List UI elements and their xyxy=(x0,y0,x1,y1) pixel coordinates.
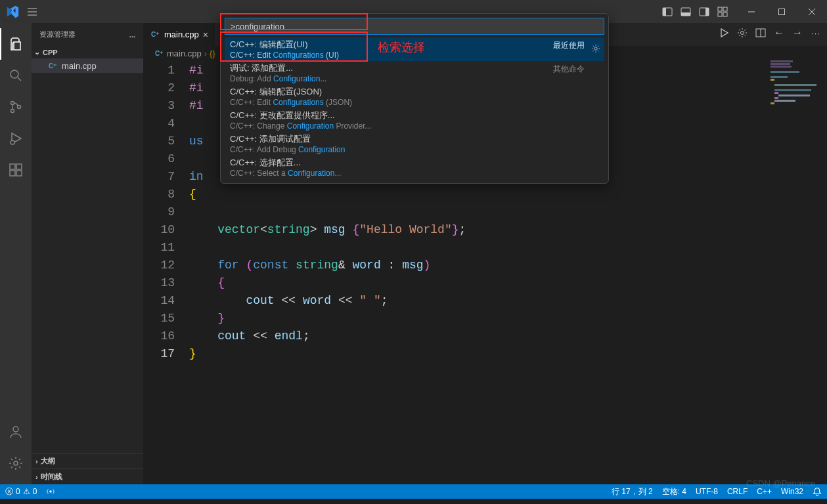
activity-extensions[interactable] xyxy=(0,154,32,186)
status-config[interactable]: Win32 xyxy=(781,487,803,496)
split-editor-icon[interactable] xyxy=(755,27,767,39)
hamburger-menu-icon[interactable] xyxy=(26,6,38,18)
minimize-button[interactable] xyxy=(736,0,767,23)
gear-icon[interactable] xyxy=(591,44,600,53)
svg-rect-19 xyxy=(16,164,22,169)
sidebar-folder-header[interactable]: CPP xyxy=(32,46,143,58)
layout-panel-bottom-icon[interactable] xyxy=(679,5,693,19)
activity-settings[interactable] xyxy=(0,448,32,479)
tab-label: main.cpp xyxy=(164,30,199,39)
tab-close-icon[interactable]: × xyxy=(203,30,208,40)
svg-point-22 xyxy=(741,32,744,35)
maximize-button[interactable] xyxy=(767,0,797,23)
editor-tab-main-cpp[interactable]: C⁺ main.cpp × xyxy=(143,23,215,46)
chevron-right-icon xyxy=(35,473,38,481)
minimap[interactable] xyxy=(768,60,827,480)
close-button[interactable] xyxy=(797,0,827,23)
svg-point-25 xyxy=(594,47,597,50)
sidebar-timeline-header[interactable]: 时间线 xyxy=(32,469,143,484)
command-palette-item[interactable]: 调试: 添加配置...Debug: Add Configuration...其他… xyxy=(225,61,604,85)
breadcrumb-symbol-icon: {} xyxy=(210,49,215,58)
activity-run-debug[interactable] xyxy=(0,123,32,154)
svg-point-13 xyxy=(11,110,14,113)
status-spaces[interactable]: 空格: 4 xyxy=(662,486,686,497)
chevron-down-icon xyxy=(34,48,40,56)
sidebar-explorer: 资源管理器 ... CPP C⁺main.cpp 大纲 时间线 xyxy=(32,23,143,484)
svg-rect-10 xyxy=(779,9,785,14)
more-actions-icon[interactable]: ··· xyxy=(810,27,822,39)
folder-name: CPP xyxy=(43,49,58,56)
svg-point-24 xyxy=(50,490,53,493)
command-palette: C/C++: 编辑配置(UI)C/C++: Edit Configuration… xyxy=(220,13,609,184)
sidebar-more-icon[interactable]: ... xyxy=(129,31,135,39)
svg-rect-9 xyxy=(723,12,727,16)
chevron-right-icon xyxy=(35,457,38,465)
nav-forward-icon[interactable]: → xyxy=(792,27,803,39)
command-palette-item[interactable]: C/C++: 添加调试配置C/C++: Add Debug Configurat… xyxy=(225,132,604,156)
run-settings-icon[interactable] xyxy=(736,27,748,39)
breadcrumb-file: main.cpp xyxy=(167,49,202,58)
activity-explorer[interactable] xyxy=(0,28,32,60)
svg-rect-6 xyxy=(718,7,722,11)
status-bar: ⓧ0 ⚠0 行 17，列 2 空格: 4 UTF-8 CRLF C++ Win3… xyxy=(0,484,827,499)
activity-source-control[interactable] xyxy=(0,91,32,123)
run-icon[interactable] xyxy=(718,27,730,39)
svg-rect-8 xyxy=(718,12,722,16)
nav-back-icon[interactable]: ← xyxy=(773,27,785,39)
cpp-file-icon: C⁺ xyxy=(47,60,58,71)
status-ln-col[interactable]: 行 17，列 2 xyxy=(612,486,653,497)
sidebar-title: 资源管理器 xyxy=(39,30,76,39)
outline-label: 大纲 xyxy=(41,456,55,466)
warning-icon: ⚠ xyxy=(23,487,30,496)
line-number-gutter: 1234567891011121314151617 xyxy=(143,60,189,484)
status-errors-warnings[interactable]: ⓧ0 ⚠0 xyxy=(5,486,37,497)
status-notifications-icon[interactable] xyxy=(813,487,822,496)
layout-sidebar-right-icon[interactable] xyxy=(697,5,711,19)
timeline-label: 时间线 xyxy=(41,472,62,482)
command-palette-item[interactable]: C/C++: 编辑配置(JSON)C/C++: Edit Configurati… xyxy=(225,85,604,108)
svg-rect-1 xyxy=(663,8,666,16)
svg-rect-5 xyxy=(705,8,709,16)
status-live-icon[interactable] xyxy=(46,487,55,496)
command-palette-item[interactable]: C/C++: 编辑配置(UI)C/C++: Edit Configuration… xyxy=(225,37,604,61)
layout-sidebar-left-icon[interactable] xyxy=(660,5,675,19)
cpp-file-icon: C⁺ xyxy=(154,48,164,58)
command-palette-item[interactable]: C/C++: 选择配置...C/C++: Select a Configurat… xyxy=(225,156,604,179)
cpp-file-icon: C⁺ xyxy=(150,30,160,40)
svg-rect-18 xyxy=(16,171,22,176)
watermark: CSDN @Penance xyxy=(746,478,815,488)
status-language[interactable]: C++ xyxy=(757,487,772,496)
window-controls xyxy=(736,0,827,23)
status-encoding[interactable]: UTF-8 xyxy=(696,487,718,496)
sidebar-header: 资源管理器 ... xyxy=(32,23,143,46)
svg-point-21 xyxy=(14,461,18,465)
titlebar-layout-icons xyxy=(660,5,730,19)
activity-bar xyxy=(0,23,32,484)
error-icon: ⓧ xyxy=(5,486,13,497)
svg-point-15 xyxy=(11,140,14,144)
file-tree-item[interactable]: C⁺main.cpp xyxy=(32,58,143,73)
file-name: main.cpp xyxy=(62,61,97,71)
activity-account[interactable] xyxy=(0,416,32,448)
svg-point-11 xyxy=(11,70,18,78)
command-palette-item[interactable]: C/C++: 更改配置提供程序...C/C++: Change Configur… xyxy=(225,108,604,132)
svg-rect-16 xyxy=(10,164,15,169)
svg-rect-3 xyxy=(681,12,690,16)
status-eol[interactable]: CRLF xyxy=(727,487,748,496)
editor-actions: ← → ··· xyxy=(718,27,822,39)
command-palette-input[interactable] xyxy=(225,18,604,35)
layout-customize-icon[interactable] xyxy=(715,5,730,19)
command-palette-list: C/C++: 编辑配置(UI)C/C++: Edit Configuration… xyxy=(225,37,604,179)
svg-point-12 xyxy=(11,102,14,105)
svg-rect-17 xyxy=(10,171,15,176)
svg-point-14 xyxy=(18,106,21,109)
svg-point-20 xyxy=(13,427,18,432)
svg-rect-7 xyxy=(723,7,727,11)
sidebar-outline-header[interactable]: 大纲 xyxy=(32,453,143,469)
activity-search[interactable] xyxy=(0,60,32,91)
vscode-logo-icon xyxy=(5,5,20,19)
